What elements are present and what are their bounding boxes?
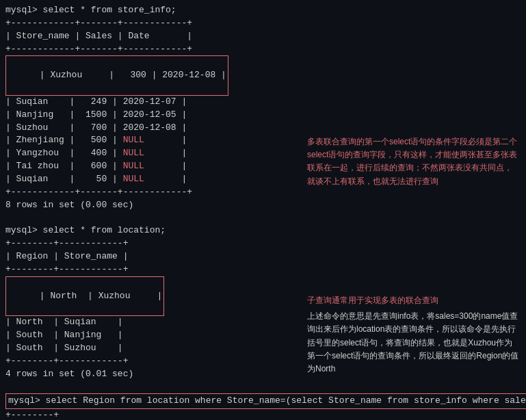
blank1 — [5, 212, 521, 225]
query3-block: mysql> select Region from location where… — [5, 393, 526, 409]
query3-prompt: mysql> select Region from location where… — [8, 395, 526, 408]
annotation2-body: 上述命令的意思是先查询info表，将sales=300的name值查询出来后作为… — [307, 310, 519, 376]
table1-row-suqian1: | Suqian | 249 | 2020-12-07 | — [5, 96, 521, 109]
table2-header: | Region | Store_name | — [5, 250, 521, 263]
table1-row-nanjing: | Nanjing | 1500 | 2020-12-05 | — [5, 109, 521, 122]
annotation2-title: 子查询通常用于实现多表的联合查询 — [307, 294, 519, 307]
annotation1: 多表联合查询的第一个select语句的条件字段必须是第二个select语句的查询… — [307, 135, 519, 188]
table1-row-xuzhou: | Xuzhou | 300 | 2020-12-08 | — [5, 55, 228, 96]
terminal: mysql> select * from store_info; +------… — [0, 0, 526, 420]
table1-result: 8 rows in set (0.00 sec) — [5, 199, 521, 212]
table2-header-sep: +--------+------------+ — [5, 263, 521, 276]
table3-border-top: +--------+ — [5, 409, 521, 420]
table2-row-north-xuzhou: | North | Xuzhou | — [5, 276, 164, 317]
query2-prompt: mysql> select * from location; — [5, 224, 521, 237]
blank2 — [5, 380, 521, 393]
table1-header-sep: +------------+-------+------------+ — [5, 43, 521, 56]
table1-header: | Store_name | Sales | Date | — [5, 30, 521, 43]
table1-row-suzhou: | Suzhou | 700 | 2020-12-08 | — [5, 122, 521, 135]
table2-border-top: +--------+------------+ — [5, 237, 521, 250]
query1-prompt: mysql> select * from store_info; — [5, 4, 521, 17]
annotation2: 子查询通常用于实现多表的联合查询 上述命令的意思是先查询info表，将sales… — [307, 294, 519, 376]
table1-border-top: +------------+-------+------------+ — [5, 17, 521, 30]
